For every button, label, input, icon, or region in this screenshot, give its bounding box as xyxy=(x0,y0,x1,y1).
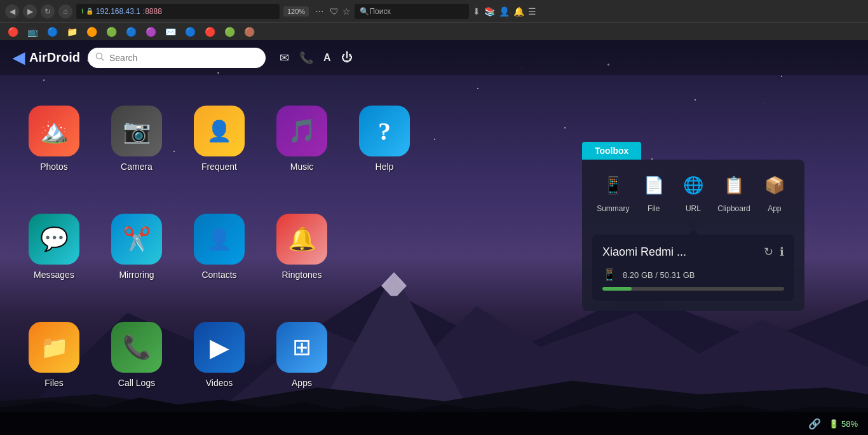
mirroring-label: Mirroring xyxy=(119,270,154,280)
app-ringtones[interactable]: 🔔 Ringtones xyxy=(261,193,343,301)
bookmark-3[interactable]: 🔵 xyxy=(43,25,62,38)
app-mirroring[interactable]: ✂️ Mirroring xyxy=(95,193,178,301)
bookmark-9[interactable]: ✉️ xyxy=(161,25,180,38)
bookmark-1[interactable]: 🔴 xyxy=(4,25,22,38)
app-apps[interactable]: ⊞ Apps xyxy=(261,301,343,409)
menu-icon[interactable]: ☰ xyxy=(528,6,536,17)
storage-fill xyxy=(602,287,632,291)
app-photos[interactable]: 🏔️ Photos xyxy=(13,85,95,193)
more-button[interactable]: ··· xyxy=(313,6,326,17)
music-icon: 🎵 xyxy=(276,106,327,156)
airdroid-actions: ✉ 📞 A ⏻ xyxy=(280,51,353,65)
photos-label: Photos xyxy=(40,162,68,172)
arrow-icon: ◀ xyxy=(13,49,24,67)
main-content: ◀ AirDroid ✉ 📞 A ⏻ 🏔️ Photos 📷 xyxy=(0,40,868,435)
bookmark-10[interactable]: 🔵 xyxy=(181,25,200,38)
shield-icon: 🛡 xyxy=(330,6,339,17)
toolbox-file[interactable]: 📄 File xyxy=(639,170,669,213)
text-action-icon[interactable]: A xyxy=(323,52,331,64)
bookmark-7[interactable]: 🔵 xyxy=(122,25,140,38)
bottom-bar: 🔗 🔋 58% xyxy=(0,412,868,435)
zoom-badge: 120% xyxy=(283,6,309,17)
browser-search[interactable]: 🔍 Поиск xyxy=(355,4,469,19)
clipboard-icon: 📋 xyxy=(719,170,749,200)
bookmark-11[interactable]: 🔴 xyxy=(201,25,219,38)
airdroid-search-input[interactable] xyxy=(109,53,258,63)
bookmark-2[interactable]: 📺 xyxy=(24,25,42,38)
toolbox-icons: 📱 Summary 📄 File 🌐 URL 📋 Clipboard 📦 xyxy=(592,170,794,221)
file-icon: 📄 xyxy=(639,170,669,200)
storage-device-icon: 📱 xyxy=(602,268,616,282)
airdroid-search-bar[interactable] xyxy=(88,48,266,68)
storage-row: 📱 8.20 GB / 50.31 GB xyxy=(602,268,784,282)
device-actions: ↻ ℹ xyxy=(764,245,784,259)
link-icon: 🔗 xyxy=(808,418,821,430)
calllogs-icon: 📞 xyxy=(111,322,162,373)
app-contacts[interactable]: 👤 Contacts xyxy=(178,193,261,301)
download-icon[interactable]: ⬇ xyxy=(473,6,480,17)
battery-status: 🔋 58% xyxy=(829,419,858,429)
frequent-label: Frequent xyxy=(201,162,237,172)
photos-icon: 🏔️ xyxy=(29,106,79,156)
videos-icon: ▶ xyxy=(194,322,245,373)
toolbox-panel: Toolbox 📱 Summary 📄 File 🌐 URL 📋 Clipboa… xyxy=(582,142,804,311)
toolbox-body: 📱 Summary 📄 File 🌐 URL 📋 Clipboard 📦 xyxy=(582,160,804,311)
toolbox-url[interactable]: 🌐 URL xyxy=(678,170,709,213)
help-label: Help xyxy=(376,162,394,172)
search-placeholder: Поиск xyxy=(369,7,390,16)
svg-line-7 xyxy=(102,59,104,61)
forward-button[interactable]: ▶ xyxy=(23,4,37,18)
airdroid-search-icon xyxy=(95,52,104,63)
reload-button[interactable]: ↻ xyxy=(41,4,55,18)
info-icon[interactable]: ℹ xyxy=(780,245,784,259)
url-label: URL xyxy=(686,204,701,213)
app-toolbox-icon: 📦 xyxy=(759,170,790,200)
url-icon: 🌐 xyxy=(678,170,709,200)
refresh-icon[interactable]: ↻ xyxy=(764,245,773,259)
app-music[interactable]: 🎵 Music xyxy=(261,85,343,193)
star-icon[interactable]: ☆ xyxy=(342,6,351,17)
videos-label: Videos xyxy=(206,378,233,388)
url-text: 192.168.43.1 xyxy=(96,7,140,16)
app-messages[interactable]: 💬 Messages xyxy=(13,193,95,301)
app-frequent[interactable]: 👤 Frequent xyxy=(178,85,261,193)
back-button[interactable]: ◀ xyxy=(5,4,19,18)
bookmark-4[interactable]: 📁 xyxy=(63,25,81,38)
browser-chrome: ◀ ▶ ↻ ⌂ ℹ 🔒 192.168.43.1 :8888 120% ··· … xyxy=(0,0,868,22)
app-files[interactable]: 📁 Files xyxy=(13,301,95,409)
ringtones-label: Ringtones xyxy=(281,270,322,280)
toolbox-clipboard[interactable]: 📋 Clipboard xyxy=(717,170,750,213)
message-action-icon[interactable]: ✉ xyxy=(280,51,289,65)
device-name: Xiaomi Redmi ... xyxy=(602,245,686,259)
device-panel: Xiaomi Redmi ... ↻ ℹ 📱 8.20 GB / 50.31 G… xyxy=(592,235,794,301)
bookmark-13[interactable]: 🟤 xyxy=(240,25,259,38)
address-bar[interactable]: ℹ 🔒 192.168.43.1 :8888 xyxy=(76,4,280,19)
home-button[interactable]: ⌂ xyxy=(58,4,72,18)
toolbox-tab[interactable]: Toolbox xyxy=(582,142,641,160)
account-icon[interactable]: 👤 xyxy=(499,6,510,17)
power-action-icon[interactable]: ⏻ xyxy=(341,51,353,64)
app-videos[interactable]: ▶ Videos xyxy=(178,301,261,409)
frequent-icon: 👤 xyxy=(194,106,245,156)
toolbox-summary[interactable]: 📱 Summary xyxy=(597,170,629,213)
camera-label: Camera xyxy=(121,162,153,172)
summary-label: Summary xyxy=(597,204,629,213)
music-label: Music xyxy=(290,162,314,172)
notification-icon[interactable]: 🔔 xyxy=(513,6,524,17)
bookmark-12[interactable]: 🟢 xyxy=(220,25,239,38)
bookmark-6[interactable]: 🟢 xyxy=(102,25,121,38)
calllogs-label: Call Logs xyxy=(118,378,155,388)
clipboard-label: Clipboard xyxy=(717,204,750,213)
app-camera[interactable]: 📷 Camera xyxy=(95,85,178,193)
storage-bar xyxy=(602,287,784,291)
contacts-icon: 👤 xyxy=(194,214,245,265)
bookmark-8[interactable]: 🟣 xyxy=(142,25,160,38)
airdroid-bar: ◀ AirDroid ✉ 📞 A ⏻ xyxy=(0,40,868,75)
app-help[interactable]: ? Help xyxy=(343,85,426,193)
bookmark-5[interactable]: 🟠 xyxy=(83,25,101,38)
device-header: Xiaomi Redmi ... ↻ ℹ xyxy=(602,245,784,259)
app-calllogs[interactable]: 📞 Call Logs xyxy=(95,301,178,409)
contacts-label: Contacts xyxy=(201,270,236,280)
toolbox-app[interactable]: 📦 App xyxy=(759,170,790,213)
phone-action-icon[interactable]: 📞 xyxy=(299,51,313,65)
